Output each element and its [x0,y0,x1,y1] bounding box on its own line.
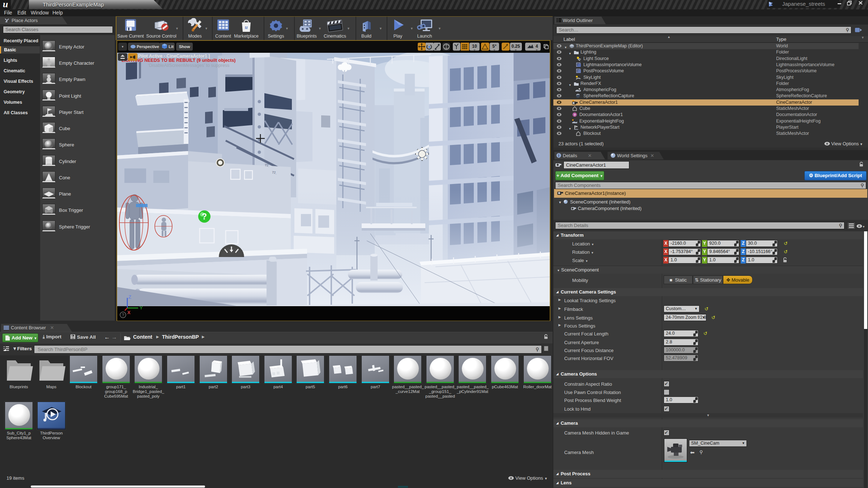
svg-text:72ˌ: 72ˌ [265,163,270,167]
svg-text:72ˌ: 72ˌ [272,171,277,175]
svg-text:▼: ▼ [121,45,124,48]
svg-text:10: 10 [472,44,477,49]
svg-text:4: 4 [536,44,538,49]
svg-text:Perspective: Perspective [137,44,159,49]
svg-text:‘DisableAllScreenMessages’ to: ‘DisableAllScreenMessages’ to suppress [148,63,229,68]
svg-text:LIGHTING NEEDS TO BE REBUILT (: LIGHTING NEEDS TO BE REBUILT (9 unbuilt … [122,58,236,63]
svg-text:X: X [127,310,131,315]
svg-text:?: ? [574,113,576,117]
svg-text:Lit: Lit [169,44,174,49]
svg-text:u: u [245,25,248,30]
svg-text:Show: Show [179,44,190,49]
svg-text:Z: Z [128,294,131,300]
svg-text:?: ? [202,212,207,221]
svg-text:0.25: 0.25 [511,44,520,49]
svg-text:?: ? [122,313,124,318]
svg-text:Y: Y [140,305,143,311]
svg-text:i: i [558,154,559,158]
svg-text:5°: 5° [492,44,497,49]
